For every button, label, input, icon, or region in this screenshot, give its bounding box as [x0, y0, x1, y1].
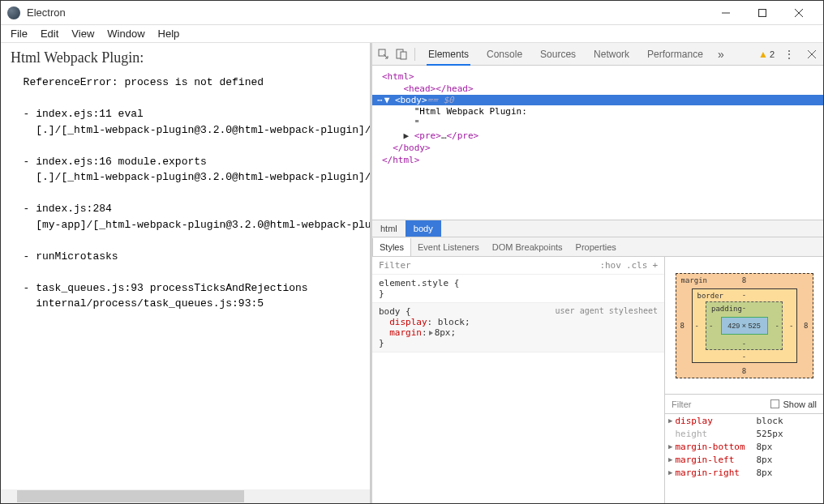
menu-file[interactable]: File [4, 26, 34, 41]
device-toggle-icon[interactable] [393, 46, 410, 62]
rule-body[interactable]: body {user agent stylesheet display: blo… [372, 303, 664, 352]
computed-row[interactable]: ▶margin-left8px [665, 453, 823, 466]
app-icon [7, 6, 20, 19]
tab-properties[interactable]: Properties [569, 238, 623, 256]
styles-tabbar: Styles Event Listeners DOM Breakpoints P… [372, 237, 823, 257]
tab-console[interactable]: Console [479, 44, 530, 65]
warning-icon: ▲ [758, 49, 768, 60]
menu-help[interactable]: Help [152, 26, 187, 41]
menu-window[interactable]: Window [101, 26, 151, 41]
titlebar: Electron [1, 1, 823, 25]
horizontal-scrollbar[interactable] [1, 489, 370, 503]
warning-count: 2 [770, 49, 775, 59]
devtools: Elements Console Sources Network Perform… [371, 43, 823, 503]
styles-pane: Filter :hov .cls + element.style { } bod… [372, 257, 665, 503]
computed-row[interactable]: ▶margin-right8px [665, 466, 823, 479]
computed-row[interactable]: ▶margin-bottom8px [665, 440, 823, 453]
tab-network[interactable]: Network [586, 44, 637, 65]
close-button[interactable] [780, 1, 817, 25]
tab-elements[interactable]: Elements [420, 44, 477, 65]
tab-performance[interactable]: Performance [639, 44, 711, 65]
tab-sources[interactable]: Sources [532, 44, 584, 65]
computed-row[interactable]: ▶height525px [665, 427, 823, 440]
computed-row[interactable]: ▶displayblock [665, 414, 823, 427]
minimize-button[interactable] [707, 1, 744, 25]
svg-rect-9 [771, 400, 779, 408]
menu-edit[interactable]: Edit [34, 26, 65, 41]
error-stack: ReferenceError: process is not defined -… [11, 75, 360, 312]
tab-event-listeners[interactable]: Event Listeners [411, 238, 486, 256]
more-tabs-icon[interactable]: » [713, 46, 729, 62]
crumb-html[interactable]: html [372, 220, 406, 237]
page-title: Html Webpack Plugin: [11, 49, 360, 66]
cls-toggle[interactable]: .cls [626, 260, 648, 271]
computed-panel: Filter Show all ▶displayblock ▶height525… [665, 395, 823, 503]
show-all-checkbox[interactable]: Show all [770, 399, 817, 409]
breadcrumb: html body [372, 220, 823, 237]
tab-styles[interactable]: Styles [372, 238, 411, 256]
settings-icon[interactable]: ⋮ [781, 46, 797, 62]
svg-rect-1 [758, 9, 766, 16]
box-model[interactable]: margin 8 8 8 8 border - - - - [665, 257, 823, 395]
dom-tree[interactable]: <html> <head></head> ⋯▼ <body> == $0 "Ht… [372, 66, 823, 220]
menu-view[interactable]: View [65, 26, 101, 41]
warning-badge[interactable]: ▲ 2 [758, 49, 775, 60]
crumb-body[interactable]: body [406, 220, 441, 237]
menubar: File Edit View Window Help [1, 25, 823, 43]
new-rule-button[interactable]: + [652, 260, 658, 271]
styles-filter-input[interactable]: Filter [379, 260, 411, 271]
page-content: Html Webpack Plugin: ReferenceError: pro… [1, 43, 371, 503]
hov-toggle[interactable]: :hov [599, 260, 621, 271]
dom-selected-body[interactable]: ⋯▼ <body> == $0 [372, 95, 823, 105]
maximize-button[interactable] [744, 1, 780, 25]
inspect-icon[interactable] [376, 46, 392, 62]
tab-dom-breakpoints[interactable]: DOM Breakpoints [486, 238, 569, 256]
box-model-content: 429 × 525 [721, 317, 768, 335]
devtools-close-icon[interactable] [804, 46, 820, 62]
rule-element-style[interactable]: element.style { } [372, 275, 664, 303]
computed-filter-input[interactable]: Filter [672, 399, 691, 409]
window-title: Electron [27, 6, 66, 19]
svg-rect-6 [401, 52, 406, 59]
devtools-toolbar: Elements Console Sources Network Perform… [372, 43, 823, 66]
